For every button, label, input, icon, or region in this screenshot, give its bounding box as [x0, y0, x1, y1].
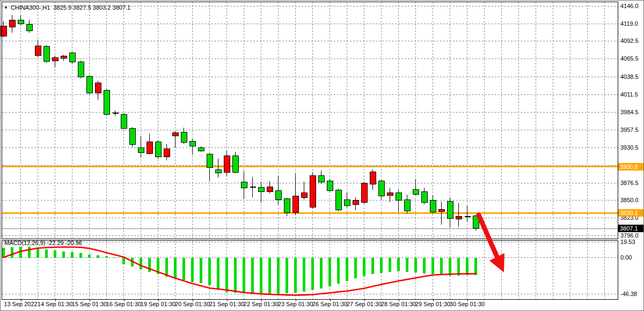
- macd-histogram-bar: [200, 258, 202, 284]
- price-tick-label: 4146.0: [620, 2, 639, 10]
- candle: [155, 140, 161, 159]
- chart-canvas[interactable]: [1, 1, 644, 311]
- macd-histogram-bar: [371, 258, 374, 275]
- macd-histogram-bar: [346, 258, 348, 282]
- macd-histogram-bar: [294, 258, 297, 293]
- macd-tick-label: 0.00: [620, 254, 632, 261]
- macd-histogram-bar: [328, 258, 331, 286]
- price-tick-label: 4065.5: [620, 55, 639, 62]
- candle: [121, 113, 127, 129]
- time-axis-label: 20 Sep 01:30: [175, 301, 210, 307]
- macd-histogram-bar: [225, 258, 228, 292]
- price-tick-label: 3876.5: [620, 179, 639, 187]
- macd-histogram-bar: [45, 249, 48, 258]
- last-price-badge: 3807.1: [618, 225, 643, 232]
- macd-indicator-label: MACD(12,26,9) -22.29 -20.96: [4, 240, 82, 246]
- level-price-badge: 3830.1: [618, 209, 643, 217]
- price-tick-label: 3930.5: [620, 144, 639, 151]
- macd-histogram-bar: [234, 258, 237, 293]
- candle: [69, 52, 75, 64]
- macd-histogram-bar: [2, 248, 5, 257]
- macd-histogram-bar: [449, 258, 451, 276]
- macd-histogram-bar: [251, 258, 254, 294]
- macd-histogram-bar: [311, 258, 314, 291]
- candle: [335, 189, 341, 211]
- time-axis-label: 13 Sep 2022: [4, 301, 37, 307]
- candle: [327, 179, 333, 192]
- chart-title: ▼CHINA300-,H1 3825.9 3827.5 3803.2 3807.…: [4, 4, 130, 11]
- time-axis-label: 29 Sep 01:30: [415, 301, 450, 307]
- time-axis-label: 22 Sep 01:30: [244, 301, 279, 307]
- macd-histogram-bar: [114, 257, 116, 258]
- time-axis-label: 30 Sep 01:30: [450, 301, 485, 307]
- chart-title-ohlc: 3825.9 3827.5 3803.2 3807.1: [53, 4, 130, 11]
- macd-value: -22.29: [47, 240, 63, 246]
- macd-histogram-bar: [474, 258, 477, 276]
- macd-histogram-bar: [320, 258, 323, 289]
- macd-histogram-bar: [174, 258, 177, 279]
- macd-histogram-bar: [62, 251, 65, 258]
- macd-histogram-bar: [182, 258, 185, 280]
- macd-histogram-bar: [406, 258, 408, 272]
- mt4-chart-window: ▼CHINA300-,H1 3825.9 3827.5 3803.2 3807.…: [0, 0, 644, 311]
- macd-histogram-bar: [354, 258, 357, 279]
- price-tick-label: 4011.5: [620, 91, 638, 98]
- macd-histogram-bar: [397, 258, 400, 272]
- macd-histogram-bar: [431, 258, 434, 275]
- macd-histogram-bar: [363, 258, 365, 276]
- time-axis-label: 15 Sep 01:30: [72, 301, 107, 307]
- macd-histogram-bar: [88, 255, 91, 258]
- macd-histogram-bar: [286, 258, 288, 294]
- chart-title-symbol: CHINA300-,H1: [11, 4, 50, 11]
- price-tick-label: 3850.0: [620, 196, 639, 204]
- macd-histogram-bar: [337, 258, 340, 284]
- time-axis-label: 28 Sep 01:30: [381, 301, 416, 307]
- price-tick-label: 4092.5: [620, 37, 639, 45]
- macd-histogram-bar: [11, 247, 13, 257]
- symbol-dropdown-icon[interactable]: ▼: [4, 5, 8, 10]
- candle: [310, 172, 316, 209]
- macd-histogram-bar: [268, 258, 271, 295]
- macd-histogram-bar: [217, 258, 219, 290]
- macd-histogram-bar: [277, 258, 280, 294]
- macd-histogram-bar: [208, 258, 211, 286]
- time-axis-label: 19 Sep 01:30: [141, 301, 175, 307]
- macd-histogram-bar: [79, 253, 82, 257]
- macd-histogram-bar: [243, 258, 245, 294]
- macd-histogram-bar: [440, 258, 443, 276]
- macd-name: MACD(12,26,9): [4, 240, 45, 246]
- macd-histogram-bar: [303, 258, 305, 292]
- macd-tick-label: -46.38: [620, 290, 637, 298]
- candle: [78, 61, 84, 78]
- price-tick-label: 4119.0: [620, 20, 638, 27]
- time-axis-label: 21 Sep 01:30: [209, 301, 244, 307]
- price-tick-label: 3957.5: [620, 126, 639, 134]
- macd-histogram-bar: [457, 258, 460, 276]
- macd-histogram-bar: [97, 255, 99, 257]
- candle: [104, 89, 109, 115]
- macd-histogram-bar: [423, 258, 426, 273]
- time-axis-label: 26 Sep 01:30: [312, 301, 347, 307]
- macd-histogram-bar: [28, 247, 31, 258]
- macd-histogram-bar: [165, 258, 168, 277]
- price-tick-label: 3984.5: [620, 108, 639, 116]
- macd-histogram-bar: [389, 258, 391, 272]
- candle: [86, 75, 92, 94]
- time-axis-label: 16 Sep 01:30: [106, 301, 141, 307]
- macd-histogram-bar: [36, 248, 39, 257]
- candle: [43, 45, 49, 63]
- candle: [361, 182, 367, 204]
- candle: [129, 127, 135, 147]
- macd-histogram-bar: [105, 256, 108, 258]
- macd-histogram-bar: [122, 258, 125, 265]
- macd-histogram-bar: [260, 258, 262, 295]
- time-axis-label: 23 Sep 01:30: [278, 301, 313, 307]
- time-axis-label: 14 Sep 01:30: [38, 301, 72, 307]
- macd-histogram-bar: [380, 258, 383, 273]
- macd-histogram-bar: [191, 258, 194, 282]
- macd-histogram-bar: [54, 250, 56, 258]
- macd-tick-label: 19.53: [620, 238, 635, 246]
- macd-signal-value: -20.96: [65, 240, 82, 246]
- level-price-badge: 3900.8: [618, 163, 643, 171]
- price-tick-label: 4038.5: [620, 73, 639, 80]
